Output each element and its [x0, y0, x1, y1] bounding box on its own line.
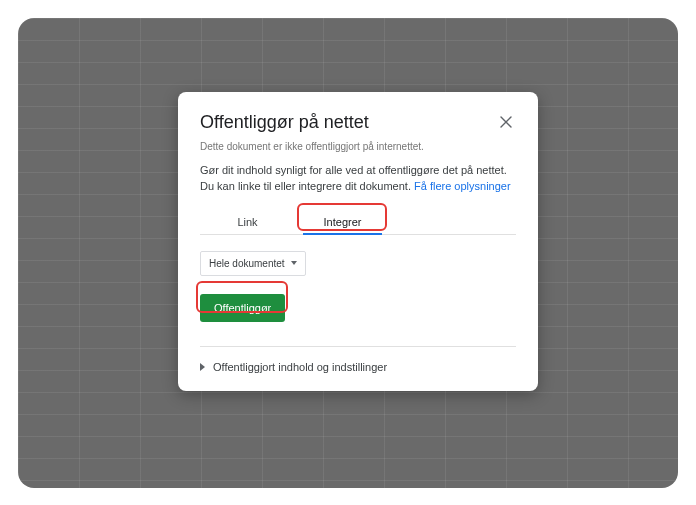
- document-scope-select[interactable]: Hele dokumentet: [200, 251, 306, 276]
- expand-published-content[interactable]: Offentliggjort indhold og indstillinger: [178, 347, 538, 373]
- dialog-subtitle: Dette dokument er ikke offentliggjort på…: [200, 141, 516, 152]
- triangle-right-icon: [200, 363, 205, 371]
- dialog-title: Offentliggør på nettet: [200, 112, 369, 133]
- expand-label: Offentliggjort indhold og indstillinger: [213, 361, 387, 373]
- tab-integrer[interactable]: Integrer: [295, 209, 390, 234]
- dialog-description: Gør dit indhold synligt for alle ved at …: [200, 162, 516, 195]
- tabs: Link Integrer: [200, 209, 516, 235]
- chevron-down-icon: [291, 261, 297, 265]
- tab-link[interactable]: Link: [200, 209, 295, 234]
- publish-button[interactable]: Offentliggør: [200, 294, 285, 322]
- modal-backdrop: Offentliggør på nettet Dette dokument er…: [18, 18, 678, 488]
- close-icon[interactable]: [496, 112, 516, 132]
- publish-dialog: Offentliggør på nettet Dette dokument er…: [178, 92, 538, 391]
- select-value: Hele dokumentet: [209, 258, 285, 269]
- learn-more-link[interactable]: Få flere oplysninger: [414, 180, 511, 192]
